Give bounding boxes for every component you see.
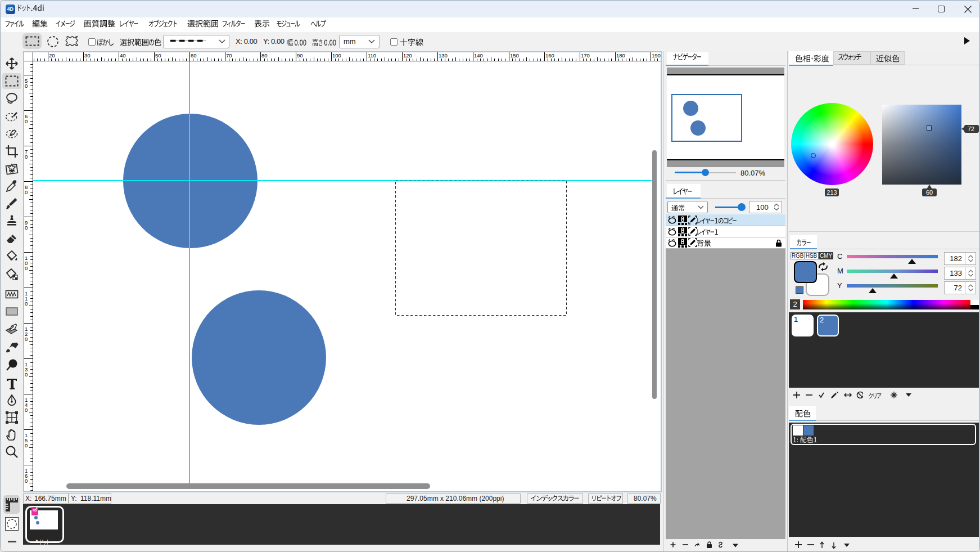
svg-text:150: 150 — [510, 52, 519, 59]
svg-text:20: 20 — [49, 52, 55, 59]
svg-text:0: 0 — [25, 225, 28, 231]
svg-text:60: 60 — [926, 189, 933, 196]
svg-text:60: 60 — [191, 52, 197, 59]
svg-text:0: 0 — [25, 371, 28, 378]
svg-text:180: 180 — [616, 52, 625, 59]
svg-text:0: 0 — [25, 189, 28, 195]
svg-text:110: 110 — [368, 52, 376, 59]
svg-text:72: 72 — [968, 125, 974, 132]
svg-text:170: 170 — [581, 52, 590, 59]
svg-text:80: 80 — [261, 52, 268, 59]
svg-text:70: 70 — [226, 52, 232, 59]
svg-text:0: 0 — [25, 336, 28, 342]
svg-text:0: 0 — [25, 478, 28, 484]
svg-text:0: 0 — [25, 300, 28, 307]
svg-text:0: 0 — [25, 83, 28, 89]
svg-text:4D: 4D — [33, 509, 37, 512]
svg-text:100: 100 — [332, 52, 341, 59]
svg-text:0: 0 — [25, 154, 28, 160]
svg-text:50: 50 — [155, 52, 161, 59]
svg-text:120: 120 — [403, 52, 412, 59]
svg-text:40: 40 — [120, 52, 126, 59]
svg-text:0: 0 — [25, 118, 28, 124]
svg-text:90: 90 — [297, 52, 303, 59]
svg-text:0: 0 — [25, 407, 28, 413]
svg-text:0: 0 — [25, 265, 28, 271]
svg-text:160: 160 — [545, 52, 554, 59]
svg-text:130: 130 — [439, 52, 448, 59]
svg-text:190: 190 — [652, 52, 661, 59]
svg-text:0: 0 — [25, 442, 28, 448]
svg-text:140: 140 — [474, 52, 483, 59]
svg-text:30: 30 — [84, 52, 91, 59]
